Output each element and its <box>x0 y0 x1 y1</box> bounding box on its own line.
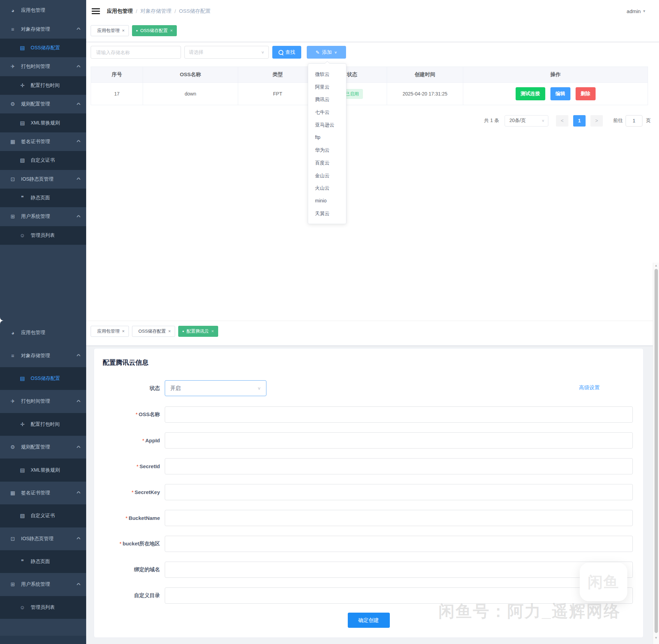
delete-button[interactable]: 删除 <box>576 87 596 100</box>
advanced-settings-link[interactable]: 高级设置 <box>579 384 600 391</box>
view-tab[interactable]: ● OSS储存配置 × <box>132 25 177 36</box>
table-header-cell: 创建时间 <box>387 67 463 82</box>
dropdown-menu-item[interactable]: 金山云 <box>308 169 346 182</box>
sidebar-item[interactable]: ▦ 签名证书管理 ^ <box>0 482 86 504</box>
dropdown-menu-item[interactable]: 微软云 <box>308 68 346 81</box>
required-star: * <box>132 489 134 495</box>
sidebar-item[interactable]: ⚙ 规则配置管理 ^ <box>0 436 86 459</box>
breadcrumb-item[interactable]: 应用包管理 <box>107 8 133 14</box>
sidebar-item[interactable]: ✛ 配置打包时间 <box>0 413 86 436</box>
form-field-row: *SecretKey <box>94 484 643 500</box>
search-button[interactable]: 查找 <box>272 46 301 59</box>
field-label: *SecretId <box>94 463 165 469</box>
current-page-button[interactable]: 1 <box>573 115 586 127</box>
sidebar-item[interactable]: ☺ 管理员列表 <box>0 226 86 245</box>
form-field-row: *bucket所在地区 <box>94 536 643 552</box>
dropdown-menu-item[interactable]: minio <box>308 194 346 207</box>
sidebar-item[interactable]: ✈ 打包时间管理 ^ <box>0 390 86 413</box>
field-input[interactable] <box>165 458 633 474</box>
edit-button[interactable]: 编辑 <box>550 87 570 100</box>
field-input[interactable] <box>165 432 633 449</box>
sidebar-item[interactable]: ⊞ 用户系统管理 ^ <box>0 573 86 596</box>
sidebar-item[interactable]: ⊡ IOS静态页管理 ^ <box>0 527 86 550</box>
form-field-row: *OSS名称 <box>94 406 643 423</box>
field-input[interactable] <box>165 510 633 526</box>
breadcrumb-item[interactable]: / <box>174 8 176 14</box>
sidebar-item[interactable]: ⊞ 用户系统管理 ^ <box>0 207 86 226</box>
certificate-menu-icon: ▦ <box>9 139 16 145</box>
close-icon[interactable]: × <box>211 326 214 336</box>
next-page-button[interactable]: > <box>590 115 603 127</box>
sidebar-item[interactable]: ❞ 静态页面 <box>0 550 86 573</box>
scroll-up-icon[interactable]: ▲ <box>653 263 659 268</box>
sidebar-item[interactable]: ▤ OSS储存配置 <box>0 39 86 57</box>
breadcrumb-item[interactable]: / <box>136 8 137 14</box>
status-select[interactable]: 开启 ∨ <box>165 380 266 396</box>
tags-view-bar: 应用包管理 × ● OSS储存配置 × <box>86 22 659 42</box>
field-label: *AppId <box>94 437 165 443</box>
field-input[interactable] <box>165 484 633 500</box>
sidebar-item[interactable]: ▧ 自定义证书 <box>0 151 86 170</box>
storage-name-input[interactable] <box>91 46 181 59</box>
dropdown-menu-item[interactable]: 火山云 <box>308 182 346 194</box>
dropdown-menu-item[interactable]: 百度云 <box>308 157 346 169</box>
breadcrumb-item[interactable]: 对象存储管理 <box>140 8 171 14</box>
view-tab[interactable]: OSS储存配置 × <box>132 326 175 337</box>
chat-icon: ❞ <box>19 195 26 201</box>
close-icon[interactable]: × <box>122 326 125 336</box>
prev-page-button[interactable]: < <box>556 115 568 127</box>
sidebar-item[interactable]: ✈ 打包时间管理 ^ <box>0 57 86 76</box>
view-tab[interactable]: 应用包管理 × <box>91 326 129 337</box>
sidebar-item[interactable]: ▤ XML替换规则 <box>0 459 86 481</box>
scrollbar-thumb[interactable] <box>655 269 658 633</box>
cell-actions: 测试连接 编辑 删除 <box>463 83 648 105</box>
breadcrumb-item[interactable]: OSS储存配置 <box>179 8 211 14</box>
sidebar-item[interactable]: ▦ 签名证书管理 ^ <box>0 132 86 151</box>
chevron-up-icon: ^ <box>77 102 81 107</box>
confirm-create-button[interactable]: 确定创建 <box>348 613 390 628</box>
field-input[interactable] <box>165 406 633 423</box>
dropdown-menu-item[interactable]: ftp <box>308 131 346 144</box>
sidebar-item[interactable]: ☺ 管理员列表 <box>0 596 86 619</box>
sidebar: ◕ 应用包管理 ≡ 对象存储管理 ^ ▤ OSS储存配置 ✈ <box>0 0 86 321</box>
sidebar-item[interactable]: ≡ 对象存储管理 ^ <box>0 344 86 367</box>
hamburger-icon[interactable] <box>92 7 100 16</box>
close-icon[interactable]: × <box>170 26 173 36</box>
sidebar-item[interactable]: ⊡ IOS静态页管理 ^ <box>0 170 86 189</box>
tab-label: OSS储存配置 <box>139 326 166 336</box>
dropdown-menu-item[interactable]: 七牛云 <box>308 106 346 119</box>
field-input[interactable] <box>165 536 633 552</box>
page-size-select[interactable]: 20条/页 ∨ <box>505 115 548 127</box>
tab-label: 应用包管理 <box>97 326 120 336</box>
sidebar-item[interactable]: ✛ 配置打包时间 <box>0 76 86 95</box>
scroll-down-icon[interactable]: ▼ <box>653 635 659 641</box>
search-icon <box>278 50 283 55</box>
sidebar-item[interactable]: ❞ 静态页面 <box>0 189 86 207</box>
goto-page-input[interactable] <box>626 115 642 127</box>
sidebar-item[interactable]: ◕ 应用包管理 <box>0 321 86 344</box>
view-tab[interactable]: ● 配置腾讯云 × <box>178 326 218 337</box>
dropdown-menu-item[interactable]: 华为云 <box>308 144 346 157</box>
dropdown-menu-item[interactable]: 天翼云 <box>308 207 346 220</box>
move-icon: ✛ <box>19 421 26 427</box>
pencil-icon: ✎ <box>316 50 320 55</box>
sidebar-item[interactable]: ⚙ 规则配置管理 ^ <box>0 95 86 113</box>
user-menu[interactable]: admin ▾ <box>627 8 645 14</box>
type-select[interactable]: 请选择 ∨ <box>184 46 269 59</box>
test-connection-button[interactable]: 测试连接 <box>516 87 545 100</box>
field-input[interactable] <box>165 587 633 604</box>
sidebar-item-label: IOS静态页管理 <box>21 536 53 542</box>
view-tab[interactable]: 应用包管理 × <box>91 25 129 36</box>
sidebar-item[interactable]: ◕ 应用包管理 <box>0 1 86 20</box>
dropdown-menu-item[interactable]: 亚马逊云 <box>308 119 346 131</box>
dropdown-menu-item[interactable]: 阿里云 <box>308 81 346 93</box>
sidebar-item[interactable]: ▤ OSS储存配置 <box>0 367 86 390</box>
close-icon[interactable]: × <box>168 326 171 336</box>
sidebar-item[interactable]: ▤ XML替换规则 <box>0 113 86 132</box>
sidebar-item[interactable]: ≡ 对象存储管理 ^ <box>0 20 86 38</box>
dropdown-menu-item[interactable]: 腾讯云 <box>308 93 346 106</box>
field-input[interactable] <box>165 562 633 578</box>
add-button[interactable]: ✎ 添加 ∨ <box>307 46 346 59</box>
close-icon[interactable]: × <box>122 26 125 36</box>
sidebar-item[interactable]: ▧ 自定义证书 <box>0 504 86 527</box>
